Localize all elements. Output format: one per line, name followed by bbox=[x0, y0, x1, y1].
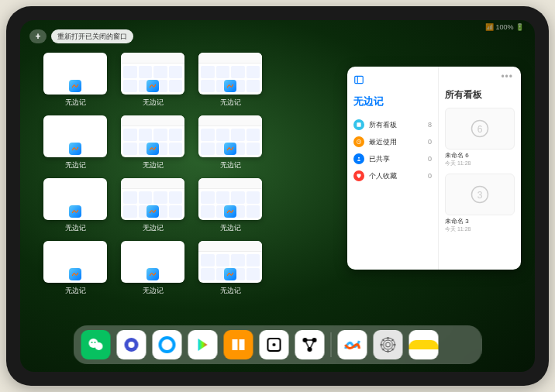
sidebar-item-2[interactable]: 已共享0 bbox=[353, 150, 432, 167]
svg-point-12 bbox=[95, 342, 96, 343]
thumbnail-label: 无边记 bbox=[143, 286, 164, 296]
window-thumbnail[interactable]: 无边记 bbox=[43, 53, 107, 108]
window-thumbnail[interactable]: 无边记 bbox=[121, 115, 184, 170]
svg-point-23 bbox=[386, 342, 391, 347]
window-thumbnail[interactable]: 无边记 bbox=[198, 53, 262, 108]
board-name: 未命名 6 bbox=[445, 151, 515, 160]
freeform-app-icon bbox=[224, 80, 236, 92]
thumbnail-label: 无边记 bbox=[220, 160, 241, 170]
sidebar: 无边记 所有看板8最近使用0已共享0个人收藏0 bbox=[347, 67, 439, 270]
svg-text:6: 6 bbox=[477, 124, 483, 135]
freeform-window[interactable]: ••• 无边记 所有看板8最近使用0已共享0个人收藏0 所有看板 6未命名 6今… bbox=[347, 67, 521, 270]
thumbnail-label: 无边记 bbox=[143, 160, 164, 170]
svg-rect-2 bbox=[357, 122, 360, 126]
window-thumbnail[interactable]: 无边记 bbox=[121, 241, 184, 296]
add-window-button[interactable]: + bbox=[29, 29, 47, 43]
thumbnail-label: 无边记 bbox=[65, 223, 86, 233]
nav-icon bbox=[353, 153, 364, 164]
svg-text:3: 3 bbox=[477, 190, 483, 201]
thumbnail-label: 无边记 bbox=[65, 286, 86, 296]
sidebar-item-1[interactable]: 最近使用0 bbox=[353, 133, 432, 150]
thumbnail-label: 无边记 bbox=[220, 98, 241, 108]
thumbnail-label: 无边记 bbox=[65, 98, 86, 108]
window-grid: 无边记无边记无边记无边记无边记无边记无边记无边记无边记无边记无边记无边记 bbox=[43, 53, 338, 296]
freeform-app-icon bbox=[69, 268, 81, 280]
svg-point-15 bbox=[160, 338, 174, 352]
freeform-app-icon bbox=[69, 80, 81, 92]
stage-manager-controls: + 重新打开已关闭的窗口 bbox=[29, 29, 133, 43]
board-card[interactable]: 3未命名 3今天 11:28 bbox=[445, 174, 515, 233]
nav-icon bbox=[353, 170, 364, 181]
board-name: 未命名 3 bbox=[445, 217, 515, 225]
window-thumbnail[interactable]: 无边记 bbox=[198, 241, 262, 296]
sidebar-title: 无边记 bbox=[353, 95, 432, 108]
dock-separator bbox=[331, 332, 332, 357]
freeform-app-icon bbox=[224, 143, 236, 155]
window-thumbnail[interactable]: 无边记 bbox=[43, 178, 107, 233]
sidebar-item-3[interactable]: 个人收藏0 bbox=[353, 167, 432, 184]
content-title: 所有看板 bbox=[445, 88, 515, 101]
freeform-app-icon bbox=[69, 205, 81, 218]
svg-point-17 bbox=[273, 343, 276, 346]
dock-app-wechat[interactable] bbox=[81, 330, 111, 359]
status-bar: 📶 100% 🔋 bbox=[485, 23, 524, 31]
freeform-app-icon bbox=[147, 80, 159, 92]
sidebar-item-0[interactable]: 所有看板8 bbox=[353, 116, 432, 133]
board-card[interactable]: 6未命名 6今天 11:28 bbox=[445, 108, 515, 167]
svg-point-22 bbox=[384, 340, 393, 349]
dock-app-settings[interactable] bbox=[374, 330, 403, 359]
reopen-closed-window-button[interactable]: 重新打开已关闭的窗口 bbox=[51, 29, 133, 43]
thumbnail-label: 无边记 bbox=[143, 223, 164, 233]
board-preview: 6 bbox=[445, 108, 515, 150]
dock-app-folder[interactable] bbox=[445, 330, 474, 359]
board-date: 今天 11:28 bbox=[445, 225, 515, 233]
thumbnail-label: 无边记 bbox=[220, 223, 241, 233]
window-thumbnail[interactable]: 无边记 bbox=[198, 178, 262, 233]
nav-icon bbox=[353, 136, 364, 147]
dock-app-node[interactable] bbox=[295, 330, 325, 359]
screen: 📶 100% 🔋 + 重新打开已关闭的窗口 无边记无边记无边记无边记无边记无边记… bbox=[20, 20, 535, 372]
svg-point-4 bbox=[358, 157, 360, 159]
window-thumbnail[interactable]: 无边记 bbox=[198, 115, 262, 170]
sidebar-toggle-icon[interactable] bbox=[353, 74, 364, 85]
freeform-app-icon bbox=[69, 143, 81, 155]
dock-app-books[interactable] bbox=[224, 330, 253, 359]
freeform-app-icon bbox=[147, 143, 159, 155]
content-area: 所有看板 6未命名 6今天 11:283未命名 3今天 11:28 bbox=[439, 67, 521, 270]
nav-label: 最近使用 bbox=[369, 137, 397, 147]
thumbnail-label: 无边记 bbox=[220, 286, 241, 296]
freeform-app-icon bbox=[224, 205, 236, 218]
svg-rect-0 bbox=[355, 76, 364, 83]
freeform-app-icon bbox=[224, 268, 236, 280]
dock-app-notes[interactable] bbox=[409, 330, 439, 359]
window-thumbnail[interactable]: 无边记 bbox=[121, 178, 184, 233]
dock-app-freeform[interactable] bbox=[338, 330, 367, 359]
nav-count: 0 bbox=[428, 155, 432, 163]
nav-icon bbox=[353, 119, 364, 130]
nav-label: 已共享 bbox=[369, 154, 390, 164]
board-preview: 3 bbox=[445, 174, 515, 215]
svg-point-11 bbox=[91, 342, 93, 343]
ipad-frame: 📶 100% 🔋 + 重新打开已关闭的窗口 无边记无边记无边记无边记无边记无边记… bbox=[6, 6, 549, 386]
dock-app-quark[interactable] bbox=[117, 330, 147, 359]
nav-count: 0 bbox=[428, 138, 432, 146]
svg-point-14 bbox=[129, 342, 135, 348]
window-thumbnail[interactable]: 无边记 bbox=[43, 115, 107, 170]
board-date: 今天 11:28 bbox=[445, 160, 515, 167]
freeform-app-icon bbox=[147, 205, 159, 218]
thumbnail-label: 无边记 bbox=[65, 160, 86, 170]
nav-count: 8 bbox=[428, 121, 432, 129]
dock-app-play[interactable] bbox=[188, 330, 218, 359]
svg-point-10 bbox=[95, 342, 103, 350]
dock-app-dice[interactable] bbox=[260, 330, 289, 359]
window-thumbnail[interactable]: 无边记 bbox=[43, 241, 107, 296]
freeform-app-icon bbox=[147, 268, 159, 280]
dock-app-qq-browser[interactable] bbox=[153, 330, 182, 359]
dock bbox=[74, 325, 482, 364]
nav-label: 个人收藏 bbox=[369, 171, 397, 181]
thumbnail-label: 无边记 bbox=[143, 98, 164, 108]
window-thumbnail[interactable]: 无边记 bbox=[121, 53, 184, 108]
nav-label: 所有看板 bbox=[369, 120, 397, 130]
more-icon[interactable]: ••• bbox=[501, 71, 513, 82]
nav-count: 0 bbox=[428, 172, 432, 180]
